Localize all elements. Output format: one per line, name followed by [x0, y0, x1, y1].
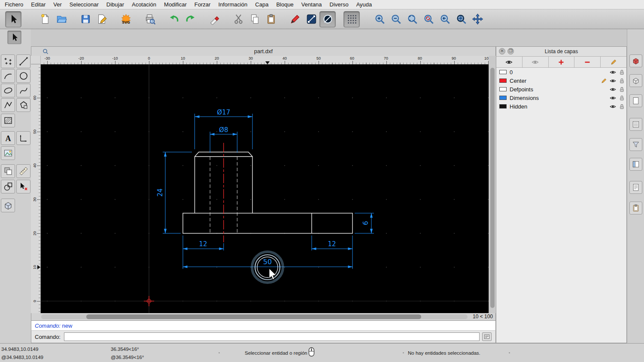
remove-layer-button[interactable] [574, 57, 601, 67]
command-input[interactable] [64, 332, 480, 341]
layer-lock-toggle[interactable] [617, 87, 626, 92]
layer-visibility-toggle[interactable] [608, 78, 617, 83]
dock-filter-button[interactable] [629, 138, 642, 151]
tool-image[interactable] [1, 146, 15, 160]
layer-visibility-toggle[interactable] [608, 96, 617, 100]
tool-text[interactable]: A [1, 131, 15, 145]
dock-notes-button[interactable] [629, 181, 642, 194]
menu-forzar[interactable]: Forzar [191, 1, 215, 8]
save-button[interactable] [77, 11, 94, 27]
save-as-button[interactable] [94, 11, 110, 27]
tool-measure[interactable] [16, 164, 30, 178]
menu-capa[interactable]: Capa [251, 1, 272, 8]
menu-ventana[interactable]: Ventana [298, 1, 326, 8]
layer-visibility-toggle[interactable] [608, 104, 617, 109]
tool-circle[interactable] [16, 69, 30, 83]
menu-ver[interactable]: Ver [49, 1, 66, 8]
tool-arc[interactable] [1, 69, 15, 83]
edit-layer-button[interactable] [601, 57, 626, 67]
zoom-previous-button[interactable] [437, 11, 453, 27]
tool-polyline[interactable] [1, 98, 15, 112]
command-panel-button[interactable] [482, 332, 492, 341]
menu-ayuda[interactable]: Ayuda [352, 1, 376, 8]
layer-row-defpoints[interactable]: Defpoints [496, 85, 626, 94]
dock-properties-button[interactable] [629, 158, 642, 171]
text-icon: A [3, 133, 13, 143]
grid-toggle-button[interactable] [343, 11, 360, 27]
eye-icon [610, 87, 616, 92]
layer-lock-toggle[interactable] [617, 95, 626, 101]
menu-modificar[interactable]: Modificar [160, 1, 191, 8]
hide-all-layers-button[interactable] [522, 57, 549, 67]
add-layer-button[interactable] [549, 57, 575, 67]
redo-icon [185, 13, 196, 25]
undo-button[interactable] [166, 11, 182, 27]
zoom-window-button[interactable] [453, 11, 469, 27]
menu-informacion[interactable]: Información [214, 1, 251, 8]
tool-snap[interactable] [16, 180, 30, 193]
vertical-scrollbar-thumb[interactable] [490, 68, 495, 308]
zoom-auto-button[interactable] [404, 11, 420, 27]
layer-color-swatch [499, 87, 507, 91]
select-button[interactable] [5, 11, 21, 27]
tool-modify[interactable] [1, 180, 15, 193]
horizontal-scrollbar-thumb[interactable] [86, 314, 421, 319]
layer-row-0[interactable]: 0 [496, 68, 626, 76]
layer-lock-toggle[interactable] [617, 69, 626, 75]
print-preview-button[interactable] [142, 11, 158, 27]
redo-button[interactable] [182, 11, 198, 27]
dock-block-button[interactable] [629, 74, 642, 87]
svg-export-button[interactable]: SVG [118, 11, 134, 27]
draft-mode-button[interactable] [319, 11, 336, 27]
layer-lock-toggle[interactable] [617, 104, 626, 109]
tool-dimension[interactable] [16, 131, 30, 145]
menu-dibujar[interactable]: Dibujar [103, 1, 128, 8]
layer-row-hidden[interactable]: Hidden [496, 102, 626, 111]
layer-row-dimensions[interactable]: Dimensions [496, 94, 626, 102]
canvas-scroll-row: 10 < 100 [31, 313, 496, 321]
menu-editar[interactable]: Editar [27, 1, 49, 8]
show-all-layers-button[interactable] [496, 57, 522, 67]
palette-select-button[interactable] [7, 30, 21, 44]
tool-ellipse[interactable] [1, 84, 15, 97]
layer-visibility-toggle[interactable] [608, 70, 617, 75]
zoom-redraw-button[interactable] [420, 11, 437, 27]
cut-button[interactable] [230, 11, 246, 27]
zoom-in-button[interactable] [371, 11, 388, 27]
open-file-button[interactable] [53, 11, 70, 27]
hruler-label: 50 [316, 56, 321, 60]
menu-acotacion[interactable]: Acotación [128, 1, 160, 8]
line-attributes-button[interactable] [303, 11, 319, 27]
layer-row-center[interactable]: Center [496, 76, 626, 85]
dock-library-button[interactable] [629, 54, 642, 67]
tool-polygon[interactable] [16, 98, 30, 112]
pan-button[interactable] [469, 11, 486, 27]
tool-spline[interactable] [16, 84, 30, 97]
vertical-scrollbar[interactable] [489, 64, 496, 313]
dock-clipboard-button[interactable] [629, 202, 642, 214]
tool-solid[interactable] [1, 199, 15, 212]
eraser-button[interactable] [206, 11, 222, 27]
tool-hatch[interactable] [1, 114, 15, 127]
horizontal-scrollbar[interactable] [41, 314, 468, 319]
drawing-canvas[interactable]: Ø17 Ø8 24 6 12 12 50 [41, 64, 489, 313]
menu-diverso[interactable]: Diverso [326, 1, 352, 8]
paste-button[interactable] [263, 11, 279, 27]
layer-visibility-toggle[interactable] [608, 87, 617, 92]
menu-fichero[interactable]: Fichero [1, 1, 27, 8]
copy-button[interactable] [246, 11, 263, 27]
menu-seleccionar[interactable]: Seleccionar [66, 1, 103, 8]
layer-lock-toggle[interactable] [617, 78, 626, 84]
menu-bloque[interactable]: Bloque [272, 1, 297, 8]
dock-layer-list-button[interactable] [629, 118, 642, 131]
dock-sheet-button[interactable] [629, 94, 642, 107]
zoom-out-button[interactable] [388, 11, 404, 27]
new-file-button[interactable] [37, 11, 53, 27]
close-panel-button[interactable]: ✕ [499, 48, 505, 54]
tool-draw-order[interactable] [1, 164, 15, 178]
undock-panel-button[interactable]: ❐ [507, 48, 514, 54]
tool-points[interactable] [1, 54, 15, 68]
tool-line[interactable] [16, 54, 30, 68]
pen-attributes-button[interactable] [287, 11, 303, 27]
eye-icon [610, 78, 616, 83]
